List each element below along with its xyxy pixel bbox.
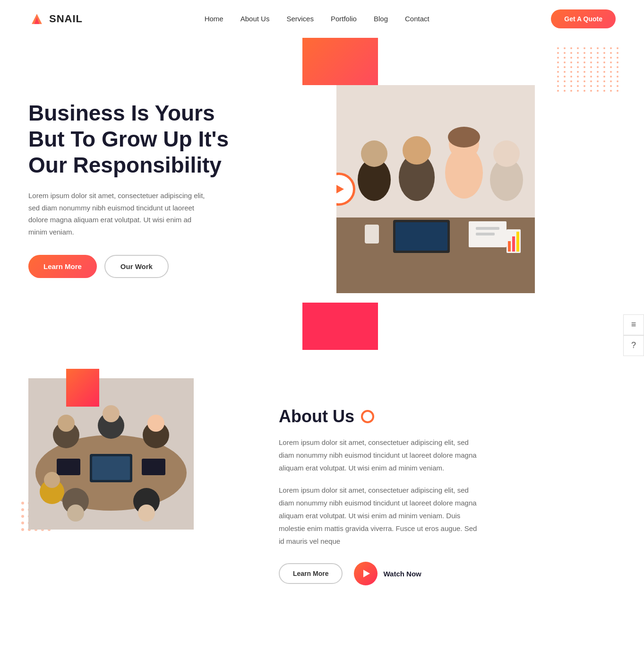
svg-rect-14	[395, 222, 447, 251]
help-icon-button[interactable]: ?	[623, 335, 644, 356]
hero-orange-accent-top	[302, 38, 378, 85]
nav-about[interactable]: About Us	[240, 15, 270, 23]
svg-point-41	[21, 502, 24, 505]
svg-rect-15	[365, 225, 379, 244]
hero-photo	[336, 85, 535, 293]
svg-rect-37	[57, 459, 80, 475]
hero-photo-svg	[336, 85, 535, 293]
logo-icon	[28, 10, 45, 27]
our-work-button[interactable]: Our Work	[104, 255, 169, 278]
svg-point-30	[147, 415, 164, 432]
learn-more-button[interactable]: Learn More	[28, 255, 97, 278]
hero-section: Business Is Yours But To Grow Up It's Ou…	[0, 38, 644, 350]
get-quote-button[interactable]: Get A Quote	[551, 9, 616, 28]
about-content: About Us Lorem ipsum dolor sit amet, con…	[279, 378, 616, 585]
brand-name: SNAIL	[49, 13, 83, 25]
svg-point-46	[21, 508, 24, 511]
svg-point-40	[44, 472, 60, 488]
about-description-2: Lorem ipsum dolor sit amet, consectetuer…	[279, 484, 477, 548]
about-image-area	[28, 378, 241, 530]
svg-point-28	[103, 405, 120, 422]
svg-point-32	[67, 505, 84, 522]
nav-blog[interactable]: Blog	[374, 15, 388, 23]
hero-image	[336, 85, 535, 293]
svg-point-34	[138, 505, 155, 522]
svg-point-5	[361, 140, 387, 167]
about-section: About Us Lorem ipsum dolor sit amet, con…	[0, 350, 644, 623]
nav-portfolio[interactable]: Portfolio	[331, 15, 357, 23]
title-circle-icon	[361, 410, 374, 423]
svg-rect-17	[476, 227, 499, 230]
svg-point-51	[21, 515, 24, 518]
svg-rect-22	[516, 232, 519, 252]
nav-links: Home About Us Services Portfolio Blog Co…	[205, 15, 429, 23]
about-learn-more-button[interactable]: Learn More	[279, 563, 343, 584]
hero-title: Business Is Yours But To Grow Up It's Ou…	[28, 100, 255, 179]
navbar: SNAIL Home About Us Services Portfolio B…	[0, 0, 644, 38]
about-red-accent	[66, 369, 99, 407]
svg-rect-18	[476, 233, 495, 235]
about-photo-svg	[28, 378, 194, 530]
svg-rect-38	[142, 459, 165, 475]
svg-point-26	[58, 415, 75, 432]
hero-visual: // Will generate dots via JS below	[255, 66, 616, 312]
hero-description: Lorem ipsum dolor sit amet, consectetuer…	[28, 190, 208, 238]
logo[interactable]: SNAIL	[28, 10, 83, 27]
watch-play-icon	[354, 562, 378, 585]
hero-content: Business Is Yours But To Grow Up It's Ou…	[28, 100, 255, 278]
about-buttons: Learn More Watch Now	[279, 562, 616, 585]
svg-point-7	[403, 136, 431, 165]
about-title: About Us	[279, 407, 616, 426]
svg-rect-20	[508, 241, 511, 252]
svg-rect-36	[92, 456, 130, 480]
nav-contact[interactable]: Contact	[405, 15, 429, 23]
hero-dots-pattern: // Will generate dots via JS below	[557, 47, 620, 92]
svg-point-61	[21, 528, 24, 531]
nav-home[interactable]: Home	[205, 15, 223, 23]
svg-rect-21	[512, 236, 515, 252]
svg-point-10	[448, 127, 480, 148]
about-description-1: Lorem ipsum dolor sit amet, consectetuer…	[279, 436, 477, 474]
svg-point-12	[493, 140, 520, 167]
svg-point-56	[21, 522, 24, 524]
nav-services[interactable]: Services	[286, 15, 314, 23]
watch-label: Watch Now	[383, 570, 421, 578]
side-toolbar: ≡ ?	[623, 314, 644, 356]
watch-now-button[interactable]: Watch Now	[354, 562, 421, 585]
hero-buttons: Learn More Our Work	[28, 255, 255, 278]
hero-red-accent-bottom	[302, 303, 378, 350]
about-image	[28, 378, 194, 530]
menu-icon-button[interactable]: ≡	[623, 314, 644, 335]
